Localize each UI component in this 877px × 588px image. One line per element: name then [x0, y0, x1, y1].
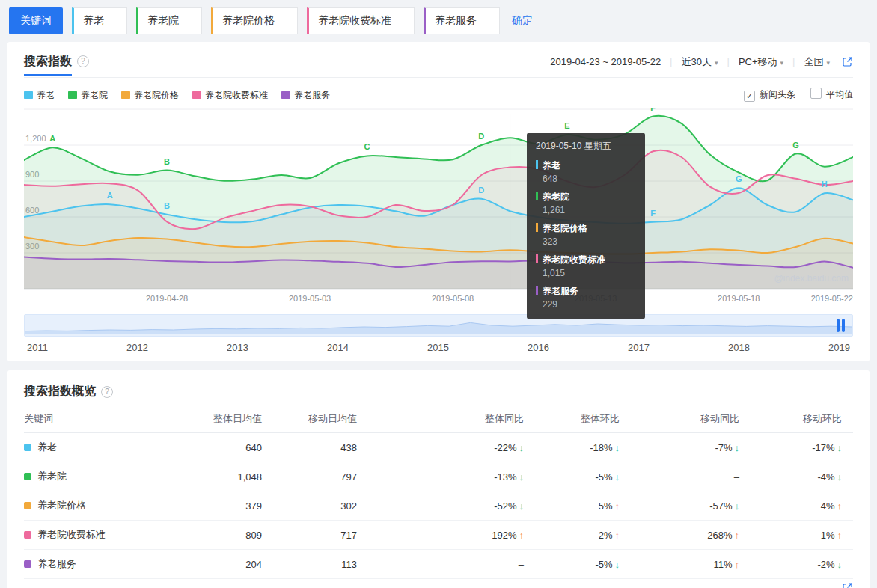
open-in-new-icon[interactable] [842, 56, 853, 67]
legend-swatch [121, 91, 130, 99]
table-row[interactable]: 养老院收费标准809717192%↑2%↑268%↑1%↑ [24, 521, 853, 550]
cell-value: -5% [595, 471, 612, 483]
help-icon[interactable]: ? [77, 55, 89, 67]
news-marker[interactable]: B [164, 157, 170, 166]
column-header: 整体日均值 [174, 412, 262, 426]
legend-item[interactable]: 养老院价格 [121, 90, 179, 100]
divider: | [727, 56, 730, 67]
table-cell: -5%↓ [524, 471, 620, 483]
tooltip-series-bar [536, 192, 538, 200]
cell-value: -5% [595, 559, 612, 570]
chevron-down-icon: ▾ [826, 59, 830, 67]
cell-value: 438 [340, 442, 357, 453]
news-marker[interactable]: A [107, 191, 113, 200]
timeline-year: 2016 [528, 342, 549, 353]
region-dropdown[interactable]: 全国▾ [804, 55, 830, 69]
device-dropdown[interactable]: PC+移动▾ [739, 55, 783, 69]
column-header: 移动环比 [739, 412, 842, 426]
news-headline-toggle[interactable]: ✓新闻头条 [744, 89, 795, 99]
keyword-label-button[interactable]: 关键词 [9, 7, 63, 34]
watermark: @index.baidu.com [774, 273, 849, 284]
news-marker[interactable]: H [822, 180, 828, 189]
news-marker[interactable]: G [792, 141, 799, 150]
device-value: PC+移动 [739, 56, 777, 67]
news-marker[interactable]: F [650, 108, 656, 112]
legend-label: 养老院收费标准 [205, 90, 268, 100]
table-row[interactable]: 养老服务204113–-5%↓11%↑-2%↓ [24, 550, 853, 579]
chevron-down-icon: ▾ [715, 59, 718, 67]
divider: | [670, 56, 672, 67]
cell-value: 113 [341, 559, 357, 570]
svg-text:2019-05-08: 2019-05-08 [432, 294, 474, 303]
news-marker[interactable]: E [564, 121, 569, 130]
search-index-card: 搜索指数? 2019-04-23 ~ 2019-05-22 | 近30天▾ | … [7, 42, 870, 361]
cell-value: 204 [245, 559, 262, 570]
tooltip-item-row: 养老院价格 [536, 221, 636, 235]
timeline-year: 2018 [728, 342, 750, 353]
legend-item[interactable]: 养老院收费标准 [192, 90, 268, 100]
keyword-chip[interactable]: 养老院 [136, 7, 202, 34]
table-row[interactable]: 养老院1,048797-13%↓-5%↓–-4%↓ [24, 462, 853, 491]
news-marker[interactable]: G [736, 174, 742, 183]
cell-value: 717 [340, 530, 357, 541]
cell-value: -4% [817, 471, 834, 483]
keyword-chip[interactable]: 养老院收费标准 [307, 7, 415, 34]
handle-bar[interactable] [837, 319, 840, 332]
overview-card: 搜索指数概览? 关键词整体日均值移动日均值整体同比整体环比移动同比移动环比 养老… [7, 370, 870, 588]
news-marker[interactable]: A [49, 134, 55, 143]
help-icon[interactable]: ? [101, 386, 113, 398]
cell-value: -52% [494, 500, 516, 512]
divider: | [792, 56, 795, 67]
tooltip-item-row: 养老院 [536, 189, 636, 203]
table-body: 养老640438-22%↓-18%↓-7%↓-17%↓养老院1,048797-1… [24, 433, 853, 579]
timeline-slider[interactable] [24, 314, 853, 337]
svg-text:1,200: 1,200 [25, 134, 46, 143]
tooltip-series-bar [536, 254, 538, 263]
table-cell: 192%↑ [357, 530, 524, 541]
table-cell: -17%↓ [739, 442, 842, 453]
news-marker[interactable]: D [478, 132, 484, 141]
arrow-up-icon: ↑ [837, 530, 843, 541]
news-marker[interactable]: F [650, 209, 656, 218]
cell-value: -17% [812, 442, 834, 453]
date-range: 2019-04-23 ~ 2019-05-22 [550, 56, 661, 67]
keyword-chip[interactable]: 养老 [72, 7, 127, 34]
table-row[interactable]: 养老院价格379302-52%↓5%↑-57%↓4%↑ [24, 491, 853, 521]
time-range-dropdown[interactable]: 近30天▾ [682, 55, 718, 69]
average-toggle[interactable]: 平均值 [810, 89, 853, 99]
cell-value: 809 [245, 530, 262, 541]
news-marker[interactable]: C [364, 142, 370, 151]
confirm-link[interactable]: 确定 [512, 14, 533, 28]
open-in-new-icon[interactable] [842, 582, 853, 588]
tooltip-item: 养老服务229 [536, 284, 636, 310]
keyword-chip[interactable]: 养老院价格 [211, 7, 298, 34]
news-marker[interactable]: D [478, 186, 484, 195]
table-cell: – [620, 471, 739, 483]
tooltip-series-value: 648 [543, 174, 636, 184]
tooltip-items: 养老648养老院1,261养老院价格323养老院收费标准1,015养老服务229 [536, 158, 636, 310]
handle-bar[interactable] [842, 319, 845, 332]
legend-item[interactable]: 养老服务 [281, 90, 330, 100]
tooltip-item: 养老院价格323 [536, 221, 636, 247]
trend-chart[interactable]: 3006009001,2001,500AABBCDDEFFGGH2019-04-… [24, 108, 853, 311]
table-header: 关键词整体日均值移动日均值整体同比整体环比移动同比移动环比 [24, 405, 853, 433]
keyword-chip-label: 养老 [83, 14, 104, 28]
keyword-name: 养老院收费标准 [37, 528, 106, 542]
legend-label: 养老服务 [294, 90, 330, 100]
keyword-chip[interactable]: 养老服务 [424, 7, 500, 34]
tooltip-item-row: 养老 [536, 158, 636, 172]
news-marker[interactable]: B [164, 201, 170, 210]
arrow-up-icon: ↑ [837, 500, 843, 512]
keyword-bar: 关键词 养老养老院养老院价格养老院收费标准养老服务 确定 [0, 0, 877, 42]
table-row[interactable]: 养老640438-22%↓-18%↓-7%↓-17%↓ [24, 433, 853, 462]
legend-label: 养老 [37, 90, 55, 100]
table-cell: 1,048 [174, 471, 262, 483]
legend-item[interactable]: 养老院 [68, 90, 108, 100]
timeline-handle[interactable] [837, 319, 845, 332]
legend-item[interactable]: 养老 [24, 90, 55, 100]
keyword-cell: 养老院收费标准 [24, 528, 174, 542]
overview-title: 搜索指数概览 [24, 384, 96, 399]
title-wrap: 搜索指数? [24, 54, 89, 70]
tooltip-item-row: 养老院收费标准 [536, 252, 636, 266]
keyword-name: 养老服务 [37, 557, 76, 571]
